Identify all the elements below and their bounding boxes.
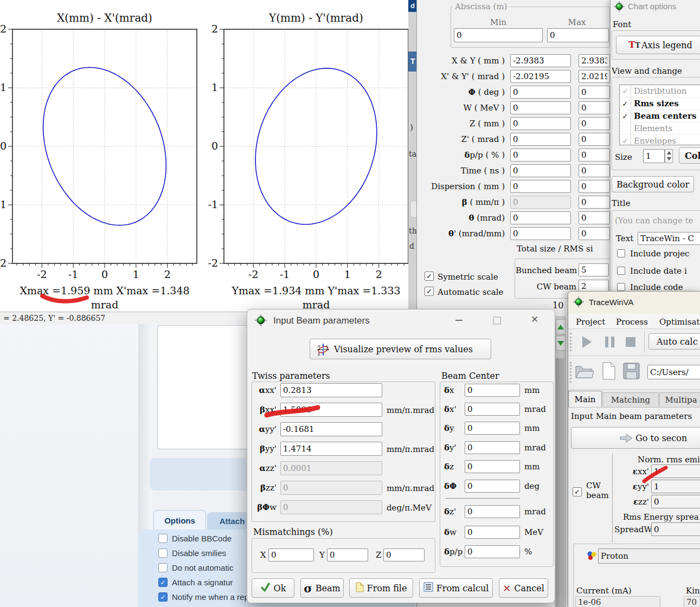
twiss-input[interactable] — [280, 422, 382, 436]
symetric-scale-checkbox[interactable]: ✓ — [425, 272, 434, 281]
abscissa-row-max-input[interactable] — [579, 101, 610, 114]
layer-list-item[interactable]: ✓Distribtution — [620, 85, 700, 98]
save-icon[interactable] — [623, 363, 640, 382]
layer-list-item[interactable]: ✓Beam centers — [620, 110, 700, 122]
abscissa-row-max-input[interactable] — [579, 148, 610, 162]
twiss-input[interactable] — [280, 383, 382, 397]
emittance-input[interactable] — [651, 495, 700, 508]
abscissa-row-min-input[interactable] — [510, 86, 571, 99]
abscissa-row-max-input[interactable] — [579, 54, 610, 67]
twiss-input[interactable] — [280, 500, 382, 514]
abscissa-row-max-input[interactable] — [579, 70, 610, 83]
kinetic-energy-input[interactable] — [684, 596, 700, 607]
automatic-scale-checkbox[interactable]: ✓ — [425, 287, 434, 296]
twiss-input[interactable] — [280, 481, 382, 495]
forum-tab-options[interactable]: Options — [153, 510, 206, 530]
layer-list-item[interactable]: ✓Rms sizes — [620, 98, 700, 110]
beam-center-input[interactable] — [465, 526, 520, 539]
size-input[interactable] — [643, 149, 665, 163]
menu-project[interactable]: Project — [571, 315, 609, 328]
abscissa-row-min-input[interactable] — [510, 117, 571, 130]
twiss-input[interactable] — [280, 442, 382, 456]
abscissa-row-max-input[interactable] — [579, 196, 610, 209]
title-text-input[interactable] — [638, 232, 700, 245]
layer-checkbox[interactable] — [620, 122, 631, 134]
axis-legend-font-button[interactable]: TT Axis legend — [616, 36, 700, 54]
abscissa-min-input[interactable] — [454, 28, 543, 42]
forum-checkbox[interactable] — [158, 534, 168, 543]
abscissa-row-min-input[interactable] — [510, 148, 571, 162]
pause-button[interactable] — [602, 335, 616, 348]
beam-center-input[interactable] — [465, 460, 520, 473]
toolbar-grip[interactable] — [570, 333, 571, 351]
layer-list-item[interactable]: ✓Envelopes — [620, 135, 700, 145]
scrollbar-thumb[interactable] — [556, 358, 564, 606]
include-checkbox[interactable] — [617, 267, 625, 275]
play-button[interactable] — [579, 335, 594, 348]
layer-checkbox[interactable]: ✓ — [620, 135, 631, 145]
scrollbar-down-button[interactable] — [556, 335, 566, 351]
include-checkbox[interactable] — [617, 249, 625, 257]
abscissa-row-min-input[interactable] — [510, 227, 571, 240]
size-spinner[interactable] — [665, 149, 673, 163]
forum-checkbox[interactable]: ✓ — [158, 578, 168, 587]
menu-process[interactable]: Process — [612, 315, 652, 328]
abscissa-row-max-input[interactable] — [579, 133, 610, 146]
abscissa-row-min-input[interactable] — [510, 101, 571, 114]
spinner-down-icon[interactable] — [667, 157, 671, 160]
abscissa-row-min-input[interactable] — [510, 70, 571, 83]
minimize-button[interactable] — [451, 314, 467, 327]
from-file-button[interactable]: From file — [349, 578, 413, 598]
mismatch-input[interactable] — [327, 548, 368, 561]
tab-main[interactable]: Main — [568, 391, 602, 407]
abscissa-row-max-input[interactable] — [579, 86, 610, 99]
beam-center-input[interactable] — [465, 505, 520, 518]
tab-multipa[interactable]: Multipa — [659, 392, 700, 407]
mismatch-input[interactable] — [383, 548, 425, 561]
abscissa-row-min-input[interactable] — [510, 180, 571, 193]
visualize-preview-button[interactable]: αγβ Visualize preview of rms values — [310, 339, 491, 359]
auto-calc-button[interactable]: Auto calc — [648, 333, 700, 350]
from-calcul-button[interactable]: From calcul — [419, 578, 493, 598]
menu-optimisat[interactable]: Optimisat — [655, 315, 700, 328]
include-checkbox[interactable] — [617, 283, 625, 291]
new-file-icon[interactable] — [602, 362, 616, 383]
abscissa-row-min-input[interactable] — [510, 164, 571, 177]
beam-center-input[interactable] — [465, 545, 520, 558]
beam-center-input[interactable] — [465, 441, 520, 454]
scrollbar-up-button[interactable] — [556, 319, 566, 334]
abscissa-row-max-input[interactable] — [579, 211, 610, 224]
cw-beam-checkbox[interactable]: ✓ — [573, 487, 582, 496]
forum-checkbox[interactable]: ✓ — [158, 592, 168, 602]
layer-checkbox[interactable]: ✓ — [620, 98, 631, 109]
particle-select[interactable] — [598, 548, 700, 564]
open-folder-icon[interactable] — [575, 363, 594, 382]
beam-button[interactable]: σ Beam — [300, 578, 344, 598]
ok-button[interactable]: Ok — [252, 578, 294, 598]
bunched-beam-input[interactable] — [579, 263, 609, 276]
abscissa-row-min-input[interactable] — [510, 133, 571, 146]
tracewinva-titlebar[interactable]: TraceWinVA — [568, 292, 700, 313]
dialog-titlebar[interactable]: Input Beam parameters ✕ — [247, 309, 555, 332]
twiss-input[interactable] — [280, 461, 382, 475]
abscissa-row-max-input[interactable] — [579, 227, 610, 240]
emittance-input[interactable] — [651, 464, 700, 478]
abscissa-row-max-input[interactable] — [579, 164, 610, 177]
stop-button[interactable] — [624, 336, 637, 348]
maximize-button[interactable] — [489, 314, 505, 327]
layer-list-item[interactable]: Elements — [620, 122, 700, 135]
chart-options-titlebar[interactable]: Chart options — [611, 0, 700, 13]
forum-checkbox[interactable] — [158, 563, 168, 572]
abscissa-row-min-input[interactable] — [510, 54, 571, 67]
spreadw-input[interactable] — [651, 522, 700, 536]
abscissa-row-min-input[interactable] — [510, 211, 571, 224]
abscissa-row-max-input[interactable] — [579, 180, 610, 193]
tab-matching[interactable]: Matching — [602, 392, 659, 407]
vertical-scrollbar[interactable] — [555, 317, 566, 607]
beam-center-input[interactable] — [465, 384, 520, 397]
go-to-second-button[interactable]: Go to secon — [571, 427, 700, 449]
background-color-button[interactable]: Backgroud color — [612, 176, 694, 192]
spinner-up-icon[interactable] — [667, 151, 671, 154]
layer-checkbox[interactable]: ✓ — [620, 110, 631, 122]
twiss-input[interactable] — [280, 403, 382, 417]
